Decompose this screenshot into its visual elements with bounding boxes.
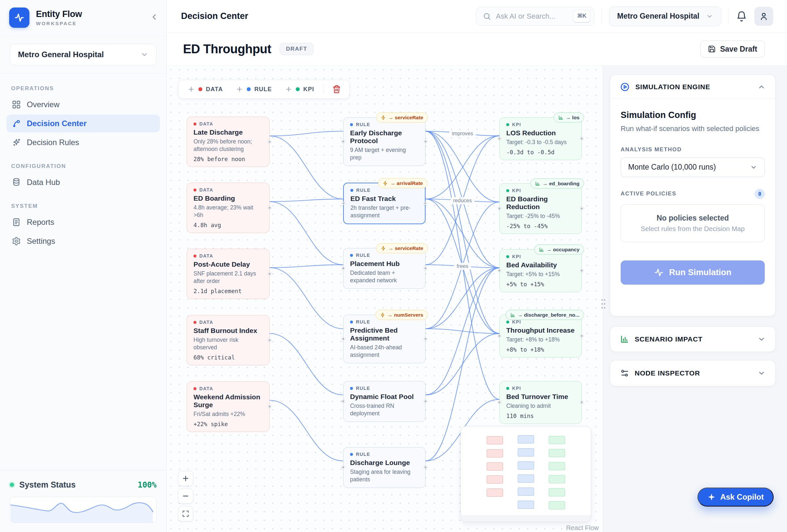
node-target-handle[interactable] [498, 207, 501, 210]
minimap[interactable] [461, 426, 591, 522]
node-target-handle[interactable] [498, 269, 501, 272]
node-source-handle[interactable] [580, 137, 583, 140]
app-root: Entity Flow WORKSPACE Metro General Hosp… [0, 0, 787, 532]
zoom-in-button[interactable] [178, 471, 193, 486]
canvas-node-ed_boarding_reduction[interactable]: KPIED Boarding ReductionTarget: -25% to … [499, 183, 582, 234]
node-target-handle[interactable] [342, 201, 345, 205]
node-target-handle[interactable] [342, 337, 345, 341]
node-description: Fri/Sat admits +22% [193, 410, 263, 418]
node-kind-dot [506, 123, 509, 126]
node-source-handle[interactable] [268, 339, 271, 342]
save-draft-button[interactable]: Save Draft [700, 41, 765, 58]
run-simulation-button[interactable]: Run Simulation [621, 260, 765, 285]
node-kind-label: DATA [199, 386, 213, 391]
chevron-down-icon [758, 335, 765, 343]
node-source-handle[interactable] [424, 466, 427, 469]
search-shortcut-kbd: ⌘K [573, 10, 591, 23]
decision-map-canvas[interactable]: DATA RULE KPI DATALate DischargeOnly 28%… [167, 66, 603, 532]
sidebar-item-reports[interactable]: Reports [6, 213, 160, 231]
canvas-node-bed_turnover[interactable]: KPIBed Turnover TimeCleaning to admit110… [499, 381, 582, 424]
zoom-out-button[interactable] [178, 489, 193, 504]
sidebar-item-settings[interactable]: Settings [6, 232, 160, 250]
node-source-handle[interactable] [268, 272, 271, 275]
canvas-node-late_discharge[interactable]: DATALate DischargeOnly 28% before noon; … [187, 117, 270, 167]
node-source-handle[interactable] [268, 206, 271, 210]
bar-chart-icon [539, 247, 544, 252]
node-description: High turnover risk observed [193, 336, 263, 351]
analysis-method-select[interactable]: Monte Carlo (10,000 runs) [621, 157, 765, 177]
canvas-node-weekend_surge[interactable]: DATAWeekend Admission SurgeFri/Sat admit… [187, 381, 270, 432]
node-title: ED Boarding [193, 194, 263, 202]
minimap-node [487, 489, 503, 497]
canvas-node-los_reduction[interactable]: KPILOS ReductionTarget: -0.3 to -0.5 day… [499, 117, 582, 160]
canvas-node-dynamic_float[interactable]: RULEDynamic Float PoolCross-trained RN d… [343, 381, 426, 422]
node-mapping-badge: → arrivalRate [378, 178, 427, 188]
sidebar-item-decision-center[interactable]: Decision Center [6, 115, 160, 132]
node-source-handle[interactable] [424, 201, 427, 205]
node-source-handle[interactable] [268, 140, 271, 144]
add-data-node-button[interactable]: DATA [181, 80, 230, 98]
node-kind-label: DATA [199, 253, 213, 258]
node-source-handle[interactable] [580, 334, 583, 338]
canvas-node-throughput_increase[interactable]: KPIThroughput IncreaseTarget: +8% to +18… [499, 315, 582, 358]
edge-predictive_bed-throughput_increase [426, 329, 499, 334]
sidebar-org-selector[interactable]: Metro General Hospital [10, 44, 156, 65]
search-input[interactable] [496, 12, 568, 21]
node-kind-dot [350, 453, 353, 456]
canvas-node-placement_hub[interactable]: RULEPlacement HubDedicated team + expand… [343, 248, 426, 289]
toolbar-label-data: DATA [206, 86, 223, 93]
bolt-icon [383, 181, 388, 186]
fit-view-button[interactable] [178, 506, 193, 521]
minimap-node [518, 501, 534, 509]
node-source-handle[interactable] [424, 400, 427, 403]
canvas-node-post_acute[interactable]: DATAPost-Acute DelaySNF placement 2.1 da… [187, 249, 270, 299]
node-target-handle[interactable] [498, 401, 501, 404]
node-source-handle[interactable] [580, 401, 583, 404]
node-title: Bed Availability [506, 261, 575, 269]
search-bar[interactable]: ⌘K [476, 7, 594, 26]
node-source-handle[interactable] [424, 267, 427, 270]
scenario-impact-header[interactable]: SCENARIO IMPACT [610, 327, 775, 352]
canvas-node-staff_burnout[interactable]: DATAStaff Burnout IndexHigh turnover ris… [187, 315, 270, 365]
node-kind-dot [350, 321, 353, 323]
canvas-node-predictive_bed[interactable]: RULEPredictive Bed AssignmentAI-based 24… [343, 315, 426, 363]
canvas-node-ed_boarding[interactable]: DATAED Boarding4.8h average; 23% wait >6… [187, 183, 270, 233]
node-target-handle[interactable] [342, 400, 345, 403]
canvas-node-discharge_lounge[interactable]: RULEDischarge LoungeStaging area for lea… [343, 447, 426, 488]
section-system: SYSTEM [11, 203, 155, 210]
delete-node-button[interactable] [326, 85, 347, 93]
node-target-handle[interactable] [342, 267, 345, 270]
node-inspector-header[interactable]: NODE INSPECTOR [610, 360, 775, 386]
node-target-handle[interactable] [498, 334, 501, 338]
node-source-handle[interactable] [424, 140, 427, 143]
notifications-bell-button[interactable] [736, 11, 747, 22]
node-target-handle[interactable] [342, 466, 345, 469]
node-source-handle[interactable] [580, 269, 583, 272]
active-policies-count-badge: 0 [754, 189, 765, 199]
ask-copilot-button[interactable]: Ask Copilot [698, 488, 773, 507]
sidebar-item-overview[interactable]: Overview [6, 96, 160, 113]
node-metric: 68% critical [193, 354, 263, 361]
sidebar-item-decision-rules[interactable]: Decision Rules [6, 134, 160, 151]
brand-name: Entity Flow [36, 9, 82, 19]
node-source-handle[interactable] [268, 405, 271, 408]
node-target-handle[interactable] [498, 137, 501, 140]
workspace: DATA RULE KPI DATALate DischargeOnly 28%… [167, 65, 787, 532]
node-description: 4.8h average; 23% wait >6h [193, 204, 263, 219]
canvas-node-ed_fast_track[interactable]: RULEED Fast Track2h transfer target + pr… [343, 183, 426, 224]
sidebar-collapse-button[interactable] [150, 13, 159, 22]
canvas-node-early_discharge[interactable]: RULEEarly Discharge Protocol9 AM target … [343, 117, 426, 166]
node-target-handle[interactable] [342, 140, 345, 143]
canvas-node-bed_availability[interactable]: KPIBed AvailabilityTarget: +5% to +15%+5… [499, 249, 582, 292]
node-mapping-badge: → serviceRate [376, 112, 428, 123]
topbar-org-selector[interactable]: Metro General Hospital [609, 6, 721, 26]
sidebar-item-data-hub[interactable]: Data Hub [6, 173, 160, 191]
user-avatar-button[interactable] [754, 7, 773, 26]
workspace-header: Entity Flow WORKSPACE [0, 0, 166, 35]
panel-resize-handle[interactable] [600, 298, 606, 310]
simulation-engine-header[interactable]: SIMULATION ENGINE [610, 75, 775, 99]
node-source-handle[interactable] [424, 337, 427, 341]
node-source-handle[interactable] [580, 207, 583, 210]
add-rule-node-button[interactable]: RULE [230, 80, 278, 98]
add-kpi-node-button[interactable]: KPI [278, 80, 321, 98]
